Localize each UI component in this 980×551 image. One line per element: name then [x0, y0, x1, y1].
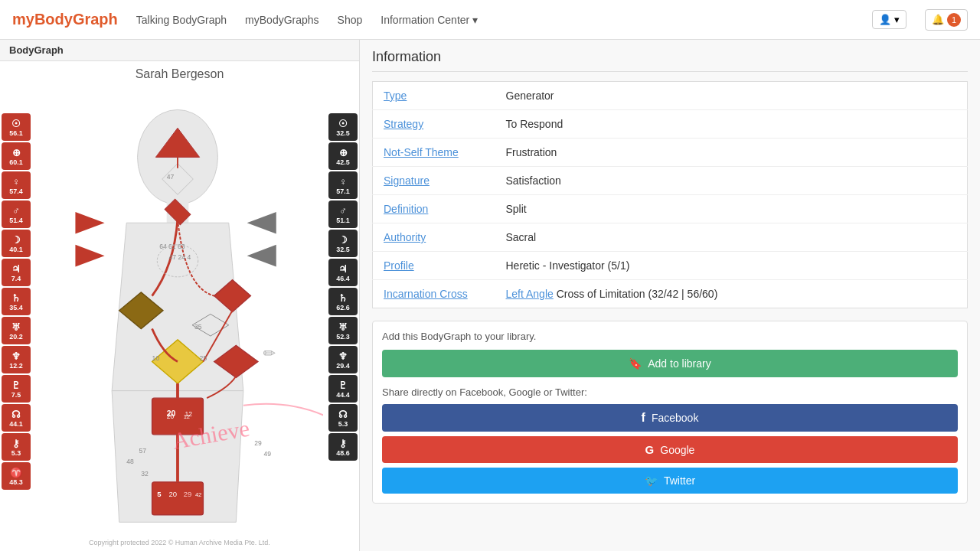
svg-text:48: 48 — [126, 458, 134, 465]
twitter-button[interactable]: 🐦 Twitter — [382, 468, 958, 494]
planet-neptune-design: ♆12.2 — [2, 346, 31, 373]
info-value-type[interactable]: Generator — [506, 90, 554, 102]
svg-text:47 24 4: 47 24 4 — [169, 253, 191, 261]
google-icon: G — [645, 443, 655, 456]
dropdown-icon: ▾ — [472, 14, 478, 26]
table-row: Signature Satisfaction — [373, 167, 968, 195]
svg-marker-34 — [75, 212, 104, 234]
planet-pluto-personality: ♇44.4 — [328, 375, 358, 403]
planet-saturn-design: ♄35.4 — [2, 288, 31, 315]
planet-chiron-design: ⚷5.3 — [2, 433, 31, 461]
planet-moon-design: ☽40.1 — [2, 230, 31, 257]
library-add-text: Add this BodyGraph to your library. — [382, 331, 958, 342]
add-library-label: Add to library — [648, 357, 710, 370]
svg-marker-35 — [75, 245, 104, 267]
left-planet-column: ☉56.1 ⊕60.1 ♀57.4 ♂51.4 ☽40.1 ♃7.4 ♄35.4… — [2, 113, 31, 490]
svg-text:29: 29 — [184, 490, 192, 498]
notification-badge: 1 — [947, 13, 961, 27]
top-navigation: myBodyGraph Talking BodyGraph myBodyGrap… — [0, 0, 980, 40]
svg-text:57: 57 — [139, 447, 146, 455]
svg-rect-12 — [152, 482, 204, 515]
planet-venus-design: ♀57.4 — [2, 171, 31, 199]
table-row: Profile Heretic - Investigator (5/1) — [373, 252, 968, 280]
planet-earth-personality: ⊕42.5 — [328, 142, 358, 170]
info-label-type[interactable]: Type — [384, 90, 407, 102]
planet-venus-personality: ♀57.1 — [328, 171, 358, 199]
nav-shop[interactable]: Shop — [338, 14, 363, 26]
info-table: Type Generator Strategy To Respond Not-S… — [372, 81, 968, 308]
facebook-label: Facebook — [652, 412, 698, 424]
library-section: Add this BodyGraph to your library. 🔖 Ad… — [372, 321, 968, 504]
info-value-definition: Split — [506, 203, 527, 215]
planet-neptune-personality: ♆29.4 — [328, 346, 358, 373]
nav-my-bodygraphs[interactable]: myBodyGraphs — [245, 14, 318, 26]
info-label-definition[interactable]: Definition — [384, 203, 428, 215]
info-value-incarnation-cross: Left Angle Cross of Limitation (32/42 | … — [506, 288, 718, 300]
planet-sun-design: ☉56.1 — [2, 113, 31, 141]
svg-text:12: 12 — [184, 413, 190, 420]
bodygraph-content: Sarah Bergeson ☉56.1 ⊕60.1 ♀57.4 ♂51.4 ☽… — [0, 61, 359, 549]
person-name: Sarah Bergeson — [0, 61, 359, 84]
planet-uranus-personality: ♅52.3 — [328, 317, 358, 344]
info-label-not-self[interactable]: Not-Self Theme — [384, 146, 459, 158]
table-row: Authority Sacral — [373, 223, 968, 252]
svg-text:5: 5 — [157, 490, 162, 498]
svg-text:29: 29 — [254, 439, 262, 447]
info-label-incarnation-cross[interactable]: Incarnation Cross — [384, 288, 468, 300]
planet-mars-design: ♂51.4 — [2, 201, 31, 228]
planet-moon-personality: ☽32.5 — [328, 230, 358, 257]
copyright-text: Copyright protected 2022 © Human Archive… — [0, 539, 359, 546]
planet-mars-personality: ♂51.1 — [328, 201, 358, 228]
planet-chiron-personality: ⚷48.6 — [328, 433, 358, 461]
info-value-authority: Sacral — [506, 231, 537, 243]
nav-information-center-label: Information Center — [381, 14, 469, 26]
info-label-strategy[interactable]: Strategy — [384, 118, 423, 130]
svg-text:49: 49 — [264, 450, 272, 458]
info-label-profile[interactable]: Profile — [384, 259, 414, 272]
table-row: Not-Self Theme Frustration — [373, 139, 968, 167]
svg-text:32: 32 — [141, 470, 149, 478]
planet-sun-personality: ☉32.5 — [328, 113, 358, 141]
info-label-authority[interactable]: Authority — [384, 231, 426, 243]
user-dropdown-icon: ▾ — [894, 14, 900, 25]
planet-asc-design: ♈48.3 — [2, 462, 31, 490]
info-value-not-self: Frustration — [506, 146, 557, 158]
planet-jupiter-design: ♃7.4 — [2, 259, 31, 286]
svg-text:35: 35 — [194, 323, 202, 331]
bodygraph-panel: BodyGraph Sarah Bergeson ☉56.1 ⊕60.1 ♀57… — [0, 40, 360, 551]
svg-text:25: 25 — [200, 354, 207, 362]
info-section-title: Information — [372, 49, 968, 72]
twitter-icon: 🐦 — [645, 474, 658, 487]
info-panel: Information Type Generator Strategy To R… — [360, 40, 980, 551]
table-row: Definition Split — [373, 195, 968, 223]
google-label: Google — [660, 444, 694, 456]
svg-text:✎: ✎ — [260, 344, 279, 364]
facebook-button[interactable]: f Facebook — [382, 404, 958, 432]
planet-pluto-design: ♇7.5 — [2, 375, 31, 403]
nav-information-center[interactable]: Information Center ▾ — [381, 14, 478, 26]
svg-marker-36 — [247, 212, 276, 234]
info-label-signature[interactable]: Signature — [384, 174, 430, 187]
svg-marker-37 — [247, 245, 276, 267]
user-icon: 👤 — [879, 14, 891, 25]
right-planet-column: ☉32.5 ⊕42.5 ♀57.1 ♂51.1 ☽32.5 ♃46.4 ♄62.… — [328, 113, 358, 461]
left-angle-link[interactable]: Left Angle — [506, 288, 554, 300]
table-row: Incarnation Cross Left Angle Cross of Li… — [373, 280, 968, 308]
nav-talking-bodygraph[interactable]: Talking BodyGraph — [136, 14, 227, 26]
brand-logo[interactable]: myBodyGraph — [12, 11, 118, 28]
svg-text:42: 42 — [195, 491, 201, 498]
add-to-library-button[interactable]: 🔖 Add to library — [382, 350, 958, 377]
info-value-profile: Heretic - Investigator (5/1) — [506, 259, 630, 272]
google-button[interactable]: G Google — [382, 436, 958, 463]
share-text: Share directly on Facebook, Google or Tw… — [382, 386, 958, 398]
planet-saturn-personality: ♄62.6 — [328, 288, 358, 315]
bookmark-icon: 🔖 — [629, 357, 642, 370]
facebook-icon: f — [642, 411, 645, 425]
table-row: Strategy To Respond — [373, 110, 968, 139]
svg-text:64 61 63: 64 61 63 — [159, 243, 185, 250]
notification-button[interactable]: 🔔 1 — [925, 9, 968, 31]
svg-text:10: 10 — [152, 354, 160, 362]
main-layout: BodyGraph Sarah Bergeson ☉56.1 ⊕60.1 ♀57… — [0, 40, 980, 551]
user-menu-button[interactable]: 👤 ▾ — [872, 10, 906, 29]
bodygraph-section-title: BodyGraph — [0, 40, 359, 61]
